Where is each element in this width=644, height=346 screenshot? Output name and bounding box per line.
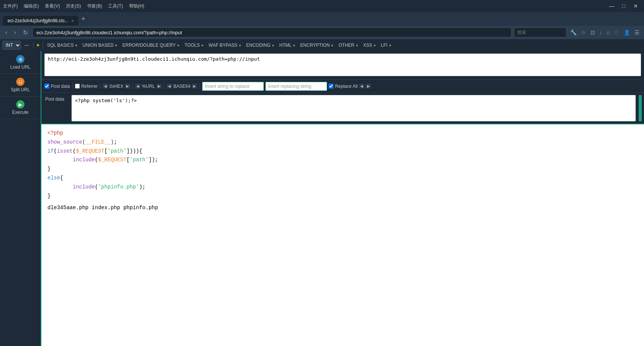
code-line-5: } xyxy=(47,165,638,174)
replace-string-input[interactable] xyxy=(202,82,264,91)
reader-icon[interactable]: ⊡ xyxy=(589,28,597,37)
error-double-query-button[interactable]: ERROR/DOUBLE QUERY ▾ xyxy=(120,42,181,49)
forward-button[interactable]: › xyxy=(12,28,18,37)
reload-button[interactable]: ↻ xyxy=(21,28,30,38)
execute-label: Execute xyxy=(12,110,28,115)
referrer-checkbox-label[interactable]: Referrer xyxy=(81,84,98,89)
paren-3: ( xyxy=(73,148,76,154)
hex-right-arrow[interactable]: ▶ xyxy=(125,84,130,89)
brace-close-2: } xyxy=(47,193,50,199)
sql-basics-button[interactable]: SQL BASICS ▾ xyxy=(45,42,79,49)
url-input[interactable]: http://eci-2ze3oh4zj3unfjg8n9ti.cloudeci… xyxy=(44,54,641,76)
menu-file[interactable]: 文件(F) xyxy=(3,3,18,9)
menu-tools[interactable]: 工具(T) xyxy=(108,3,123,9)
xss-button[interactable]: XSS ▾ xyxy=(361,42,378,49)
post-data-checkbox[interactable] xyxy=(44,84,49,89)
home-icon[interactable]: ⌂ xyxy=(605,28,611,37)
download-icon[interactable]: ↓ xyxy=(598,28,604,37)
tools-button[interactable]: TOOLS ▾ xyxy=(183,42,205,49)
menu-history[interactable]: 历史(S) xyxy=(66,3,81,9)
code-line-1: <?php xyxy=(47,129,638,138)
show-source-func: show_source xyxy=(47,139,82,145)
paren-2: ( xyxy=(54,148,57,154)
brace-open: { xyxy=(60,175,63,181)
html-button[interactable]: HTML ▾ xyxy=(277,42,297,49)
tab-close-button[interactable]: × xyxy=(70,18,74,23)
new-tab-button[interactable]: + xyxy=(78,14,88,24)
sidebar-item-load-url[interactable]: ⊕ Load URL xyxy=(0,51,41,74)
search-input[interactable] xyxy=(514,28,566,37)
enc-sep-3 xyxy=(132,83,133,89)
menu-view[interactable]: 查看(V) xyxy=(45,3,60,9)
profile-icon[interactable]: 👤 xyxy=(622,28,632,37)
output-text: dle345aae.php index.php phpinfo.php xyxy=(47,205,158,211)
nav-icon-group: 🔧 ☆ ⊡ ↓ ⌂ ♡ 👤 ☰ xyxy=(569,28,641,37)
code-line-6: else{ xyxy=(47,174,638,183)
minimize-button[interactable]: — xyxy=(606,2,617,11)
url-right-arrow[interactable]: ▶ xyxy=(157,84,162,89)
path-string-2: 'path' xyxy=(129,157,148,163)
int-select[interactable]: INT xyxy=(2,41,21,50)
browser-tab[interactable]: eci-2ze3oh4zj3unfjg8n9ti.clo... × xyxy=(3,16,78,26)
response-area: <?php show_source(__FILE__); if(isset($_… xyxy=(41,124,644,346)
lfi-button[interactable]: LFI ▾ xyxy=(379,42,393,49)
minus-button[interactable]: — xyxy=(23,42,31,49)
title-bar: 文件(F) 编辑(E) 查看(V) 历史(S) 书签(B) 工具(T) 帮助(H… xyxy=(0,0,644,12)
tools-icon[interactable]: 🔧 xyxy=(569,28,578,37)
menu-edit[interactable]: 编辑(E) xyxy=(24,3,39,9)
paren-4: ))){ xyxy=(130,148,143,154)
menu-bookmarks[interactable]: 书签(B) xyxy=(87,3,102,9)
menu-help[interactable]: 帮助(H) xyxy=(129,3,145,9)
star-icon[interactable]: ☆ xyxy=(580,28,588,37)
code-line-7: include('phpinfo.php'); xyxy=(47,183,638,192)
menu-icon[interactable]: ☰ xyxy=(633,28,641,37)
separator-2 xyxy=(43,42,43,49)
code-line-4: include($_REQUEST['path']); xyxy=(47,156,638,165)
replace-right-arrow[interactable]: ▶ xyxy=(366,84,371,89)
url-left-arrow[interactable]: ◀ xyxy=(135,84,140,89)
post-data-input[interactable]: <?php system('ls');?> xyxy=(72,95,636,121)
if-keyword: if xyxy=(47,148,54,154)
split-url-label: Split URL xyxy=(11,87,30,92)
output-line: dle345aae.php index.php phpinfo.php xyxy=(47,204,638,213)
referrer-checkbox[interactable] xyxy=(75,84,80,89)
main-panel: http://eci-2ze3oh4zj3unfjg8n9ti.cloudeci… xyxy=(41,51,644,346)
sidebar-item-execute[interactable]: ▶ Execute xyxy=(0,96,41,119)
include-func: include xyxy=(73,157,95,163)
split-url-icon: U xyxy=(16,78,24,86)
sidebar-item-split-url[interactable]: U Split URL xyxy=(0,74,41,96)
star-indicator: ✦ xyxy=(36,42,40,48)
close-button[interactable]: ✕ xyxy=(630,2,641,11)
path-string: 'path' xyxy=(108,148,126,154)
base64-right-arrow[interactable]: ▶ xyxy=(192,84,197,89)
file-const: __FILE__ xyxy=(85,139,111,145)
maximize-button[interactable]: □ xyxy=(618,2,629,11)
url-label: %URL xyxy=(142,84,155,89)
back-button[interactable]: ‹ xyxy=(3,28,9,37)
encryption-button[interactable]: ENCRYPTION ▾ xyxy=(298,42,335,49)
shield-icon[interactable]: ♡ xyxy=(613,28,621,37)
replace-all-label[interactable]: Replace All xyxy=(335,84,358,89)
replace-all-checkbox[interactable] xyxy=(329,84,333,89)
url-bar[interactable] xyxy=(32,28,512,37)
replace-left-arrow[interactable]: ◀ xyxy=(359,84,364,89)
encoding-button[interactable]: ENCODING ▾ xyxy=(244,42,276,49)
code-line-2: show_source(__FILE__); xyxy=(47,138,638,147)
plugin-toolbar: INT — ✦ SQL BASICS ▾ UNION BASED ▾ ERROR… xyxy=(0,39,644,51)
php-open-tag: <?php xyxy=(47,130,63,136)
sidebar: ⊕ Load URL U Split URL ▶ Execute xyxy=(0,51,41,346)
menu-bar: 文件(F) 编辑(E) 查看(V) 历史(S) 书签(B) 工具(T) 帮助(H… xyxy=(3,3,144,9)
waf-bypass-button[interactable]: WAF BYPASS ▾ xyxy=(207,42,243,49)
hex-left-arrow[interactable]: ◀ xyxy=(103,84,108,89)
union-based-button[interactable]: UNION BASED ▾ xyxy=(81,42,119,49)
paren-open: ( xyxy=(82,139,85,145)
base64-left-arrow[interactable]: ◀ xyxy=(167,84,172,89)
else-keyword: else xyxy=(47,175,60,181)
post-data-checkbox-label[interactable]: Post data xyxy=(51,84,70,89)
replacing-string-input[interactable] xyxy=(265,82,327,91)
content-area: ⊕ Load URL U Split URL ▶ Execute http://… xyxy=(0,51,644,346)
other-button[interactable]: OTHER ▾ xyxy=(336,42,359,49)
post-data-status-bar xyxy=(639,95,642,121)
paren-8: ); xyxy=(139,184,146,190)
isset-func: isset xyxy=(57,148,73,154)
